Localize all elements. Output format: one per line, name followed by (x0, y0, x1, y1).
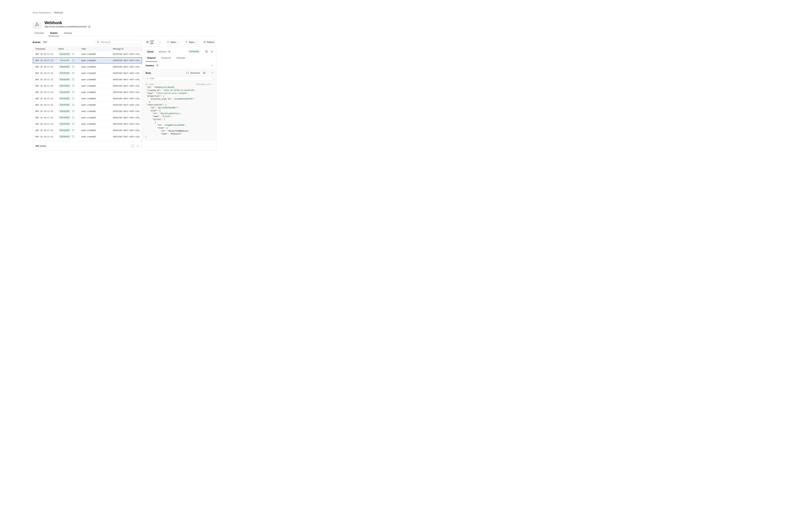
close-panel-icon[interactable] (211, 51, 213, 53)
json-line: "previous_plan_id": "aezmBVpPksWVY6FT" (145, 97, 213, 100)
table-row[interactable]: NOV 18 10:17:22 Successful user.created … (33, 76, 142, 83)
table-row[interactable]: NOV 18 10:17:22 Successful user.created … (33, 108, 142, 114)
table-row[interactable]: NOV 18 10:17:22 Successful user.created … (33, 70, 142, 76)
table-row[interactable]: NOV 18 10:17:22 Successful user.created … (33, 89, 142, 95)
table-row[interactable]: NOV 18 10:17:22 Successful user.created … (33, 102, 142, 108)
row-topic: user.created (81, 108, 96, 114)
retry-icon[interactable] (72, 104, 74, 106)
subtab-response[interactable]: Response (159, 57, 172, 62)
retry-icon[interactable] (72, 65, 74, 68)
row-message-id: b4925365-b8cf-42b7-a76… (113, 83, 140, 89)
row-topic: user.created (81, 121, 96, 127)
table-row[interactable]: NOV 18 10:17:22 Successful user.created … (33, 114, 142, 121)
row-timestamp: NOV 18 10:17:22 (35, 64, 53, 70)
retry-icon[interactable] (72, 78, 74, 81)
structured-mode-button[interactable]: {} Structured (186, 72, 200, 74)
nav-tabs: Overview Events Settings (33, 31, 216, 36)
panel-tabs: Event Attempts 3 (146, 50, 171, 54)
json-meta-row: {1 item ↑ Collapse all ↑ (145, 83, 213, 86)
filter-lines-icon (185, 41, 188, 43)
collapse-all-button[interactable]: Collapse all ↑ (196, 83, 213, 86)
events-total: 472 events (35, 142, 46, 150)
subtab-request[interactable]: Request (146, 57, 157, 62)
webhook-url-row: http://mock.hookdeck.com/webhooks/events (45, 25, 90, 28)
table-row[interactable]: NOV 18 10:17:22 Successful user.created … (33, 51, 142, 57)
table-row[interactable]: NOV 18 10:17:22 Successful user.created … (33, 134, 142, 140)
table-row[interactable]: NOV 18 10:17:22 Successful user.created … (33, 83, 142, 89)
page-title: Webhook (44, 20, 62, 25)
breadcrumb-parent[interactable]: Event Destinations (33, 12, 51, 14)
panel-tab-event[interactable]: Event (146, 50, 155, 54)
time-filter-button[interactable]: Last 24h (146, 40, 161, 44)
table-row[interactable]: NOV 18 10:17:22 Successful user.created … (33, 127, 142, 134)
events-heading-label: Events (33, 41, 40, 43)
tab-events[interactable]: Events (48, 31, 59, 36)
retry-icon[interactable] (72, 91, 74, 93)
events-total-count: 472 (35, 145, 39, 147)
status-badge: Successful (58, 122, 71, 126)
json-lines: "id": "P2NoRtyZoTc46X3B","created_at": "… (145, 86, 213, 138)
search-input[interactable] (100, 41, 140, 43)
item-count-toggle[interactable]: {1 item ↑ (145, 83, 156, 86)
status-filter-button[interactable]: Status (165, 40, 181, 44)
row-message-id: b4925365-b8cf-42b7-a76… (113, 76, 140, 82)
pagination-next-button[interactable] (136, 144, 140, 149)
json-line: "id": "P2NoRtyZoTc46X3B", (145, 86, 213, 89)
attempts-label: Attempts (158, 51, 166, 53)
table-row[interactable]: NOV 18 10:17:22 Successful user.created … (33, 95, 142, 102)
row-topic: user.created (81, 102, 96, 108)
retry-icon[interactable] (72, 116, 74, 119)
json-line: "item": { (145, 127, 213, 129)
table-row[interactable]: NOV 18 10:17:22 Successful user.created … (33, 64, 142, 70)
retry-icon[interactable] (72, 97, 74, 100)
tab-settings[interactable]: Settings (62, 31, 74, 36)
retry-icon[interactable] (72, 72, 74, 74)
table-row[interactable]: NOV 18 10:17:22 Successful user.created … (33, 57, 142, 64)
collapse-body-icon[interactable] (211, 72, 213, 74)
row-timestamp: NOV 18 10:17:22 (35, 76, 53, 82)
row-timestamp: NOV 18 10:17:22 (35, 95, 53, 101)
filter-by-id-search[interactable] (95, 40, 142, 44)
retry-icon[interactable] (72, 59, 74, 62)
status-badge: Successful (58, 97, 71, 100)
table-row[interactable]: NOV 18 10:17:22 Successful user.created … (33, 121, 142, 127)
headers-section-toggle[interactable]: Headers 3 (142, 62, 216, 69)
copy-body-icon[interactable] (203, 72, 205, 74)
retry-event-icon[interactable] (205, 50, 208, 53)
webhook-icon-card (33, 20, 41, 28)
topics-filter-button[interactable]: Topics (184, 40, 199, 44)
subtab-metadata[interactable]: Metadata (175, 57, 187, 62)
json-viewer: {1 item ↑ Collapse all ↑ "id": "P2NoRtyZ… (145, 83, 213, 140)
panel-tab-attempts[interactable]: Attempts 3 (158, 50, 171, 53)
panel-actions: Successful (188, 50, 213, 54)
json-line: "prices": [ (145, 118, 213, 121)
pagination-prev-button[interactable] (131, 144, 135, 149)
json-line: "id": "gSjvn6eQTBewNWcr", (145, 106, 213, 109)
retry-icon[interactable] (72, 110, 74, 112)
headers-count-badge: 3 (156, 64, 159, 67)
events-heading: Events 472 (33, 40, 48, 44)
retry-icon[interactable] (72, 84, 74, 87)
copy-url-icon[interactable] (88, 25, 90, 28)
retry-icon[interactable] (72, 129, 74, 131)
json-line: }, (145, 100, 213, 103)
events-count-badge: 472 (42, 41, 48, 43)
retry-icon[interactable] (72, 135, 74, 138)
status-badge: Successful (58, 116, 71, 119)
tab-overview[interactable]: Overview (33, 31, 46, 36)
body-filter-input[interactable] (150, 77, 211, 79)
retry-icon[interactable] (72, 123, 74, 125)
row-topic: user.created (81, 134, 96, 140)
row-topic: user.created (81, 70, 96, 76)
json-line: "name": "Growth", (145, 115, 213, 118)
json-line: "properties": { (145, 95, 213, 97)
body-filter-box[interactable] (145, 76, 213, 81)
column-topic: Topic (81, 47, 86, 51)
refresh-button[interactable]: Refresh (204, 40, 214, 44)
row-topic: user.created (81, 51, 96, 57)
retry-icon[interactable] (72, 53, 74, 55)
json-line: "plan": { (145, 109, 213, 112)
status-badge: Successful (58, 59, 71, 62)
chevron-right-icon (137, 145, 139, 147)
column-message-id: Message ID (113, 47, 124, 51)
